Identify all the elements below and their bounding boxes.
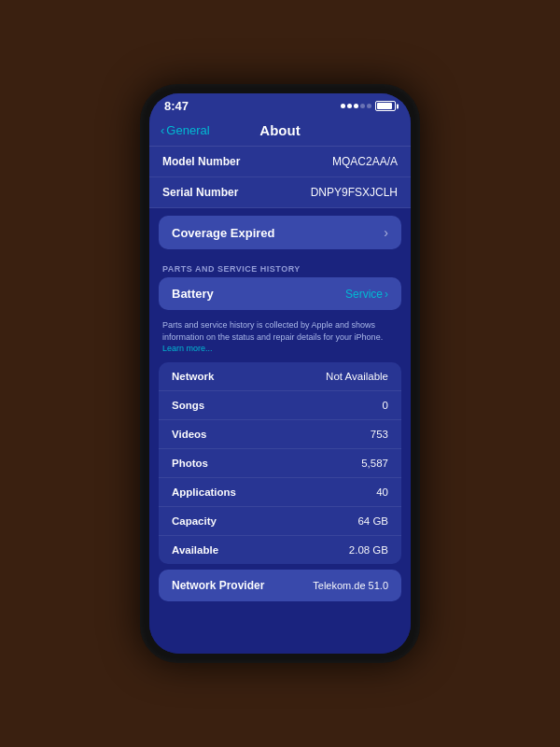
learn-more-link[interactable]: Learn more...	[162, 344, 213, 353]
serial-label: Serial Number	[162, 186, 238, 199]
network-label: Network	[172, 371, 214, 382]
phone-screen: 8:47 ‹ General About	[149, 93, 411, 654]
back-button[interactable]: ‹ General	[161, 123, 210, 137]
battery-icon	[375, 101, 396, 111]
network-provider-value: Telekom.de 51.0	[313, 580, 388, 591]
chevron-right-icon: ›	[385, 288, 388, 301]
videos-value: 753	[371, 429, 388, 440]
songs-row: Songs 0	[159, 391, 401, 420]
nav-bar: ‹ General About	[149, 117, 411, 147]
status-icons	[341, 101, 396, 111]
coverage-label: Coverage Expired	[172, 226, 275, 240]
photos-row: Photos 5,587	[159, 449, 401, 478]
songs-value: 0	[383, 400, 388, 411]
applications-value: 40	[376, 486, 388, 498]
capacity-label: Capacity	[172, 515, 217, 527]
model-value: MQAC2AA/A	[332, 155, 398, 168]
serial-row: Serial Number DNPY9FSXJCLH	[149, 177, 411, 208]
network-provider-row: Network Provider Telekom.de 51.0	[159, 570, 401, 601]
status-bar: 8:47	[149, 93, 411, 117]
page-title: About	[259, 122, 300, 138]
network-provider-label: Network Provider	[172, 579, 264, 592]
videos-row: Videos 753	[159, 420, 401, 449]
applications-label: Applications	[172, 486, 236, 498]
available-label: Available	[172, 544, 218, 556]
songs-label: Songs	[172, 400, 204, 411]
videos-label: Videos	[172, 429, 207, 440]
status-time: 8:47	[164, 99, 189, 113]
capacity-row: Capacity 64 GB	[159, 507, 401, 536]
signal-icon	[341, 104, 371, 108]
back-label: General	[166, 123, 209, 137]
network-row: Network Not Available	[159, 362, 401, 391]
network-value: Not Available	[326, 371, 388, 382]
battery-status: Service ›	[345, 288, 388, 301]
parts-note: Parts and service history is collected b…	[149, 314, 411, 362]
chevron-left-icon: ‹	[161, 123, 164, 137]
available-row: Available 2.08 GB	[159, 536, 401, 564]
chevron-right-icon: ›	[384, 225, 388, 240]
photos-label: Photos	[172, 458, 208, 469]
battery-label: Battery	[172, 287, 214, 301]
coverage-section: Coverage Expired ›	[159, 216, 401, 249]
battery-row: Battery Service ›	[159, 277, 401, 310]
photos-value: 5,587	[361, 458, 388, 469]
available-value: 2.08 GB	[349, 544, 388, 556]
applications-row: Applications 40	[159, 478, 401, 507]
data-table: Network Not Available Songs 0 Videos 753…	[159, 362, 401, 564]
coverage-button[interactable]: Coverage Expired ›	[159, 216, 401, 249]
content-area: Model Number MQAC2AA/A Serial Number DNP…	[149, 147, 411, 654]
parts-header: PARTS AND SERVICE HISTORY	[149, 257, 411, 277]
model-row: Model Number MQAC2AA/A	[149, 147, 411, 177]
capacity-value: 64 GB	[357, 515, 388, 527]
model-label: Model Number	[162, 155, 240, 168]
device-info-section: Model Number MQAC2AA/A Serial Number DNP…	[149, 147, 411, 208]
serial-value: DNPY9FSXJCLH	[311, 186, 398, 199]
phone-device: 8:47 ‹ General About	[140, 84, 420, 663]
